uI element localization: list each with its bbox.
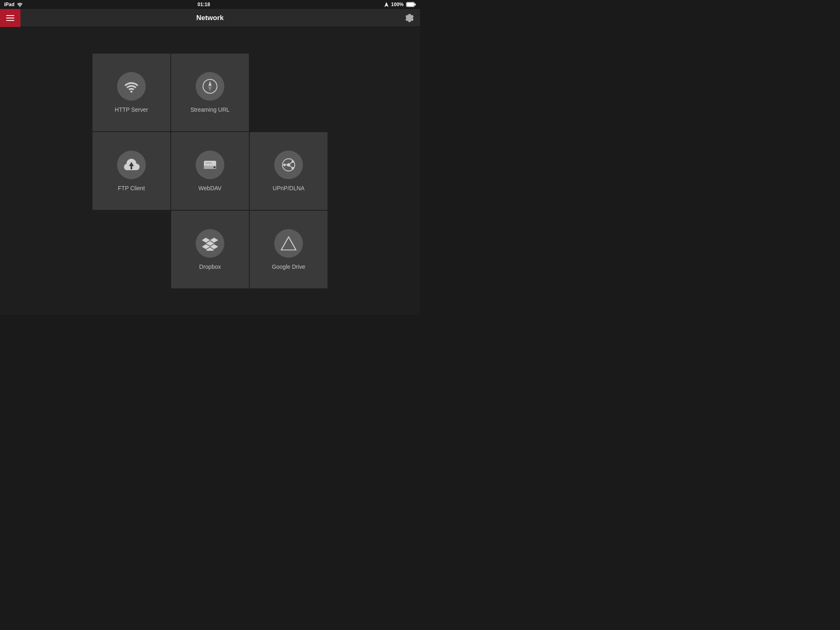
dropbox-label: Dropbox: [199, 263, 221, 270]
wifi-icon: [17, 2, 23, 7]
gear-icon: [405, 14, 414, 22]
tile-ftp-client[interactable]: FTP Client: [93, 132, 170, 210]
battery-percent: 100%: [391, 2, 404, 7]
svg-line-31: [289, 237, 296, 250]
status-time: 01:18: [197, 2, 210, 7]
svg-marker-1: [384, 2, 388, 7]
webdav-icon-circle: [196, 151, 224, 179]
drive-icon: [202, 158, 218, 171]
svg-marker-8: [208, 86, 212, 92]
tile-dropbox[interactable]: Dropbox: [171, 211, 249, 288]
svg-rect-13: [205, 162, 212, 164]
wifi-router-icon: [124, 80, 139, 93]
svg-point-19: [291, 167, 294, 169]
dropbox-icon: [202, 236, 218, 251]
status-left: iPad: [4, 2, 23, 7]
cloud-upload-icon: [123, 158, 140, 172]
googledrive-icon: [280, 236, 297, 251]
tile-webdav[interactable]: WebDAV: [171, 132, 249, 210]
ftp-client-label: FTP Client: [118, 185, 145, 191]
tile-empty-top-right: [250, 54, 327, 131]
http-server-icon-circle: [117, 72, 146, 101]
streaming-url-icon-circle: [196, 72, 224, 101]
google-drive-label: Google Drive: [272, 263, 305, 270]
svg-point-5: [131, 91, 133, 93]
settings-button[interactable]: [400, 9, 420, 27]
svg-point-21: [283, 164, 286, 166]
network-grid: HTTP Server Streaming URL: [93, 54, 327, 288]
ftp-client-icon-circle: [117, 151, 146, 179]
hamburger-icon: [6, 15, 14, 21]
share-icon: [280, 158, 297, 172]
svg-marker-7: [208, 81, 212, 86]
svg-point-0: [20, 6, 20, 7]
google-drive-icon-circle: [274, 229, 303, 258]
streaming-url-label: Streaming URL: [190, 106, 230, 113]
upnp-dlna-label: UPnP/DLNA: [273, 185, 305, 191]
tile-google-drive[interactable]: Google Drive: [250, 211, 327, 288]
device-name: iPad: [4, 2, 14, 7]
tile-http-server[interactable]: HTTP Server: [93, 54, 170, 131]
app-header: Network: [0, 9, 420, 27]
svg-point-12: [214, 166, 216, 169]
tile-empty-bottom-left: [93, 211, 170, 288]
svg-marker-28: [281, 237, 296, 250]
main-content: HTTP Server Streaming URL: [0, 27, 420, 315]
status-right: 100%: [384, 2, 416, 7]
svg-rect-4: [415, 4, 416, 6]
location-icon: [384, 2, 388, 7]
svg-point-17: [291, 160, 294, 163]
battery-icon: [406, 2, 416, 7]
tile-upnp-dlna[interactable]: UPnP/DLNA: [250, 132, 327, 210]
dropbox-icon-circle: [196, 229, 224, 258]
compass-icon: [202, 79, 218, 94]
svg-rect-3: [407, 3, 414, 7]
menu-button[interactable]: [0, 9, 20, 27]
svg-line-29: [281, 237, 289, 250]
page-title: Network: [20, 14, 400, 22]
http-server-label: HTTP Server: [115, 106, 148, 113]
status-bar: iPad 01:18 100%: [0, 0, 420, 9]
webdav-label: WebDAV: [199, 185, 221, 191]
upnp-icon-circle: [274, 151, 303, 179]
tile-streaming-url[interactable]: Streaming URL: [171, 54, 249, 131]
